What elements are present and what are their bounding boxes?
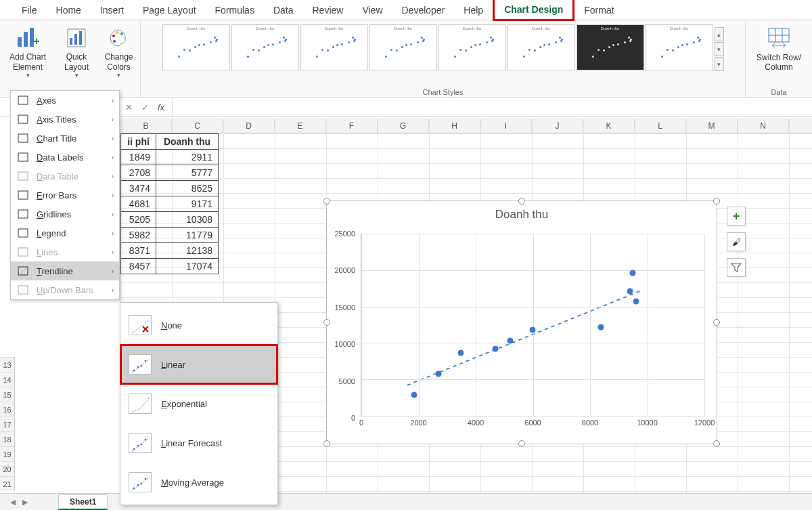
- ribbon-tab-insert[interactable]: Insert: [91, 1, 133, 20]
- quick-layout-button[interactable]: Quick Layout ▾: [60, 22, 93, 81]
- chart-style-thumb[interactable]: Doanh thu: [231, 24, 299, 70]
- row-header[interactable]: 14: [0, 372, 15, 387]
- chart-plot-area[interactable]: 020004000600080001000012000: [361, 234, 704, 417]
- chart-data-point[interactable]: [492, 346, 498, 352]
- fx-icon[interactable]: fx: [153, 102, 169, 112]
- chart-data-point[interactable]: [627, 289, 633, 295]
- chart-style-thumb[interactable]: Doanh thu: [162, 24, 230, 70]
- chart-resize-handle[interactable]: [713, 319, 720, 326]
- trendline-option-moving-average[interactable]: Moving Average: [120, 463, 277, 502]
- chart-trendline[interactable]: [407, 291, 641, 385]
- x-axis-tick: 10000: [637, 416, 658, 427]
- chart-resize-handle[interactable]: [713, 440, 720, 447]
- chart-resize-handle[interactable]: [518, 198, 525, 205]
- ribbon-tab-page-layout[interactable]: Page Layout: [133, 1, 206, 20]
- chart-data-point[interactable]: [630, 270, 636, 276]
- chart-title[interactable]: Doanh thu: [327, 201, 717, 224]
- trendline-option-exponential[interactable]: Exponential: [120, 384, 277, 423]
- row-header[interactable]: 13: [0, 357, 15, 372]
- ribbon-tab-format[interactable]: Format: [574, 1, 623, 20]
- chart-resize-handle[interactable]: [713, 198, 720, 205]
- table-row[interactable]: 34748625: [121, 181, 219, 196]
- row-header[interactable]: 15: [0, 387, 15, 402]
- table-row[interactable]: 18492911: [121, 150, 219, 165]
- chart-style-thumb[interactable]: Doanh thu: [300, 24, 368, 70]
- add-chart-element-button[interactable]: Add Chart Element ▾: [5, 22, 50, 81]
- chart-data-point[interactable]: [507, 338, 513, 344]
- table-row[interactable]: 46819171: [121, 196, 219, 212]
- formula-enter-icon[interactable]: ✓: [137, 102, 153, 112]
- row-header[interactable]: 21: [0, 476, 15, 491]
- chart-style-thumb[interactable]: Doanh thu: [508, 24, 575, 70]
- style-scroll-down[interactable]: ▾: [715, 42, 724, 56]
- ribbon-tab-view[interactable]: View: [353, 1, 392, 20]
- chart-style-thumb[interactable]: Doanh thu: [369, 24, 437, 70]
- ribbon-tab-help[interactable]: Help: [454, 1, 493, 20]
- chart-style-thumb[interactable]: Doanh thu: [577, 24, 644, 70]
- sheet-nav-prev[interactable]: ◀: [7, 498, 19, 507]
- table-row[interactable]: 837112138: [121, 243, 219, 259]
- formula-input[interactable]: [172, 98, 812, 116]
- row-header[interactable]: 20: [0, 461, 15, 476]
- chart-style-thumb[interactable]: Doanh thu: [438, 24, 506, 70]
- row-header[interactable]: 19: [0, 446, 15, 461]
- chart-resize-handle[interactable]: [518, 440, 525, 447]
- chart-resize-handle[interactable]: [323, 440, 330, 447]
- menu-item-axes[interactable]: Axes›: [11, 91, 119, 110]
- menu-item-data-labels[interactable]: Data Labels›: [11, 148, 119, 167]
- table-header-b[interactable]: Doanh thu: [156, 134, 219, 150]
- change-colors-button[interactable]: Change Colors ▾: [100, 22, 137, 81]
- chart-data-point[interactable]: [529, 327, 535, 333]
- switch-row-col-label: Switch Row/ Column: [757, 53, 801, 72]
- style-scroll-up[interactable]: ▴: [715, 27, 724, 41]
- trendline-option-linear[interactable]: Linear: [120, 345, 277, 384]
- chart-elements-button[interactable]: +: [727, 207, 746, 226]
- embedded-chart[interactable]: Doanh thu 020004000600080001000012000 05…: [326, 200, 717, 444]
- menu-item-axis-titles[interactable]: Axis Titles›: [11, 110, 119, 129]
- menu-item-error-bars[interactable]: Error Bars›: [11, 186, 119, 205]
- menu-item-label: Data Table: [37, 171, 78, 182]
- switch-row-column-button[interactable]: Switch Row/ Column: [752, 22, 805, 81]
- chart-filters-button[interactable]: [727, 258, 746, 277]
- table-row[interactable]: 845717074: [121, 259, 219, 274]
- chart-data-point[interactable]: [597, 324, 604, 331]
- row-header[interactable]: 17: [0, 417, 15, 431]
- table-row[interactable]: 520510308: [121, 212, 219, 228]
- table-header-a[interactable]: ii phí: [121, 134, 156, 150]
- trendline-option-none[interactable]: None: [120, 305, 277, 345]
- ribbon-tab-formulas[interactable]: Formulas: [206, 1, 264, 20]
- chevron-right-icon: ›: [112, 268, 114, 275]
- sheet-nav-next[interactable]: ▶: [19, 498, 31, 507]
- ribbon-tab-data[interactable]: Data: [264, 1, 303, 20]
- table-row[interactable]: 598211779: [121, 228, 219, 243]
- chart-data-point[interactable]: [633, 299, 639, 305]
- ribbon-tab-home[interactable]: Home: [47, 1, 91, 20]
- menu-item-trendline[interactable]: Trendline›: [11, 261, 119, 280]
- menu-item-gridlines[interactable]: Gridlines›: [11, 205, 119, 224]
- quick-layout-icon: [67, 24, 86, 51]
- sheet-tab[interactable]: Sheet1: [58, 494, 108, 510]
- chart-resize-handle[interactable]: [323, 198, 330, 205]
- lines-icon: [16, 247, 30, 257]
- chart-data-point[interactable]: [457, 350, 464, 356]
- ribbon-tab-developer[interactable]: Developer: [392, 1, 455, 20]
- chart-data-point[interactable]: [411, 391, 418, 398]
- formula-bar: ✕ ✓ fx: [0, 98, 812, 117]
- trendline-option-linear-forecast[interactable]: Linear Forecast: [120, 423, 277, 463]
- chart-styles-button[interactable]: 🖌: [727, 232, 746, 251]
- chart-resize-handle[interactable]: [323, 319, 330, 326]
- chart-data-point[interactable]: [436, 370, 442, 377]
- row-header[interactable]: 18: [0, 431, 15, 446]
- menu-item-legend[interactable]: Legend›: [11, 224, 119, 242]
- formula-cancel-icon[interactable]: ✕: [120, 102, 137, 112]
- row-header[interactable]: 16: [0, 402, 15, 417]
- menu-item-chart-title[interactable]: Chart Title›: [11, 129, 119, 148]
- ribbon-tab-file[interactable]: File: [12, 1, 47, 20]
- chart-style-thumb[interactable]: Doanh thu: [646, 24, 713, 70]
- ribbon-tab-review[interactable]: Review: [303, 1, 353, 20]
- table-row[interactable]: 27085777: [121, 165, 219, 181]
- ribbon-tab-chart-design[interactable]: Chart Design: [493, 0, 574, 21]
- trendline-option-label: Linear Forecast: [161, 438, 222, 448]
- style-scroll-down[interactable]: ▾: [715, 57, 724, 71]
- chevron-right-icon: ›: [112, 135, 114, 142]
